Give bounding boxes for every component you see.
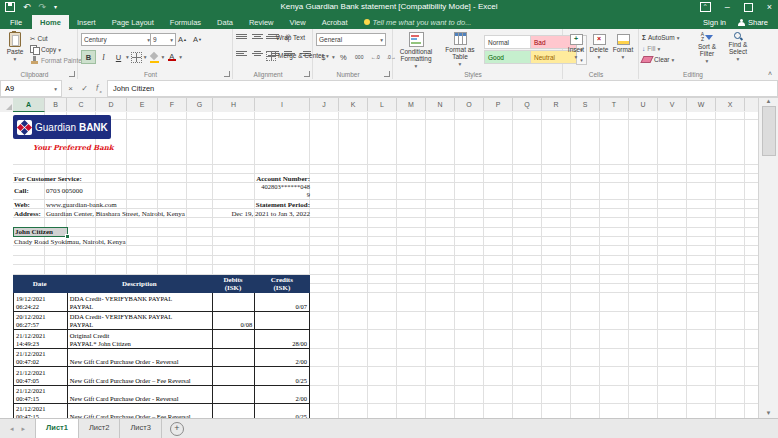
enter-icon[interactable]: ✓ [78, 84, 91, 93]
delete-cells-button[interactable]: × Delete▾ [589, 34, 609, 61]
collapse-ribbon-icon[interactable]: ˄ [768, 70, 772, 77]
cell-description[interactable]: New Gift Card Purchase Order – Fee Rever… [68, 404, 213, 418]
column-header-B[interactable]: B [45, 98, 67, 111]
sheet-tab-лист1[interactable]: Лист1 [35, 419, 79, 438]
tab-file[interactable]: File [0, 15, 32, 29]
cell-description[interactable]: New Gift Card Purchase Order – Fee Rever… [68, 367, 213, 386]
close-button[interactable]: × [767, 2, 772, 12]
tab-acrobat[interactable]: Acrobat [314, 15, 356, 29]
cell-statement-period-value[interactable]: Dec 19, 2021 to Jan 3, 2022 [190, 210, 310, 219]
share-button[interactable]: Share [738, 18, 768, 27]
cell-date[interactable]: 20/12/202106:27:57 [14, 312, 68, 330]
align-center-icon[interactable] [252, 51, 263, 56]
increase-font-icon[interactable]: A▲ [175, 32, 190, 46]
sheet-tab-лист3[interactable]: Лист3 [120, 419, 161, 438]
cell-date[interactable]: 21/12/202100:47:15 [14, 386, 68, 404]
increase-decimal-icon[interactable]: ←.0 [368, 50, 383, 64]
clear-button[interactable]: Clear▾ [642, 54, 679, 65]
font-dialog-launcher-icon[interactable] [224, 71, 230, 77]
new-sheet-button[interactable]: + [170, 422, 184, 436]
middle-align-icon[interactable] [252, 34, 263, 40]
column-header-X[interactable]: X [716, 98, 745, 111]
name-box[interactable]: A9▾ [0, 80, 62, 97]
cell-customer-address[interactable]: Chady Road Syokimau, Nairobi, Kenya [14, 238, 126, 247]
cell-credit[interactable]: 0/25 [255, 367, 310, 386]
fill-button[interactable]: ↓Fill▾ [642, 43, 679, 54]
column-header-L[interactable]: L [368, 98, 397, 111]
font-name-select[interactable]: Century▾ [81, 33, 153, 46]
bold-button[interactable]: B [81, 50, 96, 64]
cell-address-value[interactable]: Guardian Center, Biashara Street, Nairob… [46, 210, 185, 219]
cell-debit[interactable]: 0/08 [213, 312, 255, 330]
column-header-G[interactable]: G [187, 98, 213, 111]
alignment-dialog-launcher-icon[interactable] [304, 71, 310, 77]
prev-sheet-icon[interactable]: ◂ [10, 425, 14, 433]
cell-debit[interactable] [213, 386, 255, 404]
cell-description[interactable]: DDA Credit- VERIFYBANK PAYPAL PAYPAL [68, 312, 213, 330]
column-header-K[interactable]: K [339, 98, 368, 111]
tab-review[interactable]: Review [241, 15, 282, 29]
find-select-button[interactable]: Find & Select▾ [724, 32, 752, 63]
scroll-down-icon[interactable]: ▼ [766, 410, 772, 416]
select-all-corner[interactable] [0, 98, 14, 111]
tab-insert[interactable]: Insert [69, 15, 104, 29]
column-header-J[interactable]: J [310, 98, 339, 111]
cell-debit[interactable] [213, 404, 255, 418]
column-header-F[interactable]: F [158, 98, 187, 111]
column-header-M[interactable]: M [397, 98, 426, 111]
autosum-button[interactable]: ΣAutoSum▾ [642, 32, 679, 43]
undo-icon[interactable]: ↶ [23, 2, 31, 12]
format-painter-button[interactable]: Format Painter [30, 55, 84, 66]
scrollbar-thumb[interactable] [762, 106, 776, 156]
cell-address-label[interactable]: Address: [14, 210, 41, 219]
cell-debit[interactable] [213, 293, 255, 312]
tab-formulas[interactable]: Formulas [162, 15, 209, 29]
cell-account-number-value[interactable]: 402803******048 9 [230, 183, 310, 199]
accounting-format-icon[interactable]: $ [316, 50, 331, 64]
column-header-W[interactable]: W [687, 98, 716, 111]
conditional-formatting-button[interactable]: Conditional Formatting▾ [395, 32, 437, 70]
font-color-button[interactable]: A [164, 50, 179, 64]
column-header-D[interactable]: D [96, 98, 127, 111]
scroll-up-icon[interactable]: ▲ [766, 98, 772, 104]
cell-description[interactable]: DDA Credit- VERIFYBANK PAYPAL PAYPAL [68, 293, 213, 312]
number-format-select[interactable]: General▾ [316, 33, 386, 46]
ribbon-display-options-icon[interactable]: ^ [700, 2, 711, 12]
copy-button[interactable]: Copy▾ [30, 44, 84, 55]
cell-debit[interactable] [213, 330, 255, 349]
sort-filter-button[interactable]: AZ Sort & Filter▾ [694, 32, 720, 65]
save-icon[interactable] [5, 2, 15, 12]
column-header-Q[interactable]: Q [513, 98, 542, 111]
format-cells-button[interactable]: Format▾ [612, 34, 634, 61]
maximize-button[interactable] [744, 3, 753, 12]
cell-date[interactable]: 19/12/202106:24:22 [14, 293, 68, 312]
column-header-O[interactable]: O [455, 98, 484, 111]
sheet-tab-лист2[interactable]: Лист2 [79, 419, 120, 438]
formula-input[interactable]: John Citizen [108, 80, 778, 97]
format-as-table-button[interactable]: Format as Table▾ [440, 32, 480, 68]
header-credits[interactable]: Credits (ISK) [255, 275, 310, 293]
column-header-C[interactable]: C [67, 98, 96, 111]
underline-button[interactable]: U [111, 50, 126, 64]
minimize-button[interactable]: – [725, 2, 730, 12]
cell-credit[interactable]: 2/00 [255, 349, 310, 367]
cell-web-label[interactable]: Web: [14, 201, 30, 210]
insert-function-icon[interactable]: ƒx [92, 83, 105, 94]
cell-statement-period-label[interactable]: Statement Period: [190, 201, 310, 210]
tab-data[interactable]: Data [209, 15, 241, 29]
borders-button[interactable] [129, 50, 144, 64]
column-header-V[interactable]: V [658, 98, 687, 111]
bank-logo[interactable]: Guardian BANK [13, 115, 111, 139]
sign-in-link[interactable]: Sign in [703, 18, 726, 27]
column-header-E[interactable]: E [127, 98, 158, 111]
top-align-icon[interactable] [236, 34, 247, 40]
redo-icon[interactable]: ↷ [39, 2, 47, 12]
column-header-H[interactable]: H [213, 98, 255, 111]
cell-description[interactable]: New Gift Card Purchase Order - Reversal [68, 386, 213, 404]
cell-web-value[interactable]: www.guardian-bank.com [46, 201, 117, 210]
cell-date[interactable]: 21/12/202100:47:15 [14, 404, 68, 418]
cell-date[interactable]: 21/12/202100:47:05 [14, 367, 68, 386]
column-header-S[interactable]: S [571, 98, 600, 111]
cell-call-label[interactable]: Call: [14, 187, 29, 196]
header-date[interactable]: Date [13, 275, 67, 293]
